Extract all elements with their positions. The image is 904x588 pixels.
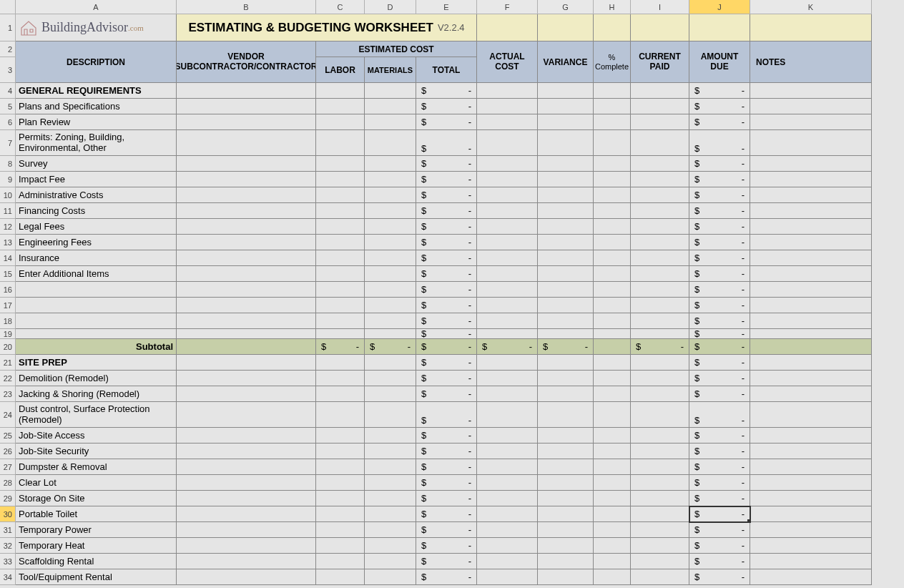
amount-due-cell[interactable]: $- (689, 99, 750, 114)
row-header[interactable]: 19 (0, 329, 16, 339)
variance-cell[interactable] (538, 386, 594, 402)
paid-cell[interactable] (631, 506, 689, 522)
row-header[interactable]: 9 (0, 172, 16, 187)
labor-cell[interactable] (316, 235, 365, 250)
pct-cell[interactable] (594, 114, 631, 130)
description-cell[interactable]: Financing Costs (16, 203, 177, 219)
description-cell[interactable] (16, 298, 177, 313)
row-header[interactable]: 7 (0, 130, 16, 156)
notes-cell[interactable] (750, 130, 872, 156)
description-cell[interactable]: Administrative Costs (16, 187, 177, 203)
paid-cell[interactable] (631, 282, 689, 298)
variance-cell[interactable] (538, 282, 594, 298)
actual-cell[interactable] (477, 329, 538, 339)
actual-cell[interactable] (477, 313, 538, 329)
description-cell[interactable]: Temporary Power (16, 522, 177, 538)
notes-cell[interactable] (750, 475, 872, 491)
total-cell[interactable]: $- (416, 203, 477, 219)
amount-due-cell[interactable]: $- (689, 402, 750, 428)
total-cell[interactable]: $- (416, 130, 477, 156)
row-header[interactable]: 24 (0, 402, 16, 428)
row-header[interactable]: 2 (0, 41, 16, 57)
pct-cell[interactable] (594, 187, 631, 203)
notes-cell[interactable] (750, 250, 872, 266)
total-cell[interactable]: $- (416, 444, 477, 459)
variance-cell[interactable] (538, 371, 594, 386)
actual-cell[interactable] (477, 235, 538, 250)
notes-cell[interactable] (750, 538, 872, 554)
column-header-C[interactable]: C (316, 0, 365, 14)
labor-cell[interactable] (316, 538, 365, 554)
materials-cell[interactable] (365, 506, 416, 522)
variance-cell[interactable]: $- (538, 339, 594, 355)
vendor-cell[interactable] (177, 266, 316, 282)
description-cell[interactable]: Dust control, Surface Protection (Remode… (16, 402, 177, 428)
paid-cell[interactable] (631, 235, 689, 250)
variance-cell[interactable] (538, 538, 594, 554)
vendor-cell[interactable] (177, 329, 316, 339)
vendor-cell[interactable] (177, 371, 316, 386)
pct-cell[interactable] (594, 156, 631, 172)
row-header[interactable]: 6 (0, 114, 16, 130)
materials-cell[interactable] (365, 475, 416, 491)
labor-cell[interactable] (316, 506, 365, 522)
pct-cell[interactable] (594, 459, 631, 475)
pct-cell[interactable] (594, 491, 631, 506)
description-cell[interactable]: Job-Site Access (16, 428, 177, 444)
column-header-E[interactable]: E (416, 0, 477, 14)
amount-due-cell[interactable]: $- (689, 313, 750, 329)
labor-cell[interactable] (316, 371, 365, 386)
paid-cell[interactable] (631, 219, 689, 235)
row-header[interactable]: 13 (0, 235, 16, 250)
notes-cell[interactable] (750, 569, 872, 585)
variance-cell[interactable] (538, 491, 594, 506)
actual-cell[interactable] (477, 266, 538, 282)
labor-cell[interactable] (316, 298, 365, 313)
row-header[interactable]: 33 (0, 554, 16, 569)
cell[interactable] (750, 14, 872, 41)
vendor-cell[interactable] (177, 402, 316, 428)
amount-due-cell[interactable]: $- (689, 444, 750, 459)
amount-due-cell[interactable]: $- (689, 83, 750, 99)
variance-cell[interactable] (538, 554, 594, 569)
total-cell[interactable]: $- (416, 459, 477, 475)
description-cell[interactable] (16, 329, 177, 339)
row-header[interactable]: 10 (0, 187, 16, 203)
materials-cell[interactable] (365, 428, 416, 444)
row-header[interactable]: 26 (0, 444, 16, 459)
description-cell[interactable]: GENERAL REQUIREMENTS (16, 83, 177, 99)
amount-due-cell[interactable]: $- (689, 250, 750, 266)
row-header[interactable]: 14 (0, 250, 16, 266)
row-header[interactable]: 22 (0, 371, 16, 386)
variance-cell[interactable] (538, 250, 594, 266)
amount-due-cell[interactable]: $- (689, 282, 750, 298)
notes-cell[interactable] (750, 313, 872, 329)
row-header[interactable]: 20 (0, 339, 16, 355)
notes-cell[interactable] (750, 156, 872, 172)
pct-cell[interactable] (594, 444, 631, 459)
pct-cell[interactable] (594, 428, 631, 444)
paid-cell[interactable] (631, 538, 689, 554)
description-cell[interactable]: Dumpster & Removal (16, 459, 177, 475)
pct-cell[interactable] (594, 172, 631, 187)
amount-due-cell[interactable]: $- (689, 538, 750, 554)
variance-cell[interactable] (538, 114, 594, 130)
notes-cell[interactable] (750, 522, 872, 538)
paid-cell[interactable] (631, 156, 689, 172)
notes-cell[interactable] (750, 219, 872, 235)
variance-cell[interactable] (538, 444, 594, 459)
paid-cell[interactable] (631, 475, 689, 491)
paid-cell[interactable] (631, 172, 689, 187)
materials-cell[interactable] (365, 522, 416, 538)
vendor-cell[interactable] (177, 522, 316, 538)
paid-cell[interactable] (631, 444, 689, 459)
notes-cell[interactable] (750, 371, 872, 386)
labor-cell[interactable] (316, 459, 365, 475)
row-header[interactable]: 28 (0, 475, 16, 491)
amount-due-cell[interactable]: $- (689, 459, 750, 475)
notes-cell[interactable] (750, 402, 872, 428)
total-cell[interactable]: $- (416, 371, 477, 386)
notes-cell[interactable] (750, 329, 872, 339)
description-cell[interactable]: Insurance (16, 250, 177, 266)
total-cell[interactable]: $- (416, 329, 477, 339)
